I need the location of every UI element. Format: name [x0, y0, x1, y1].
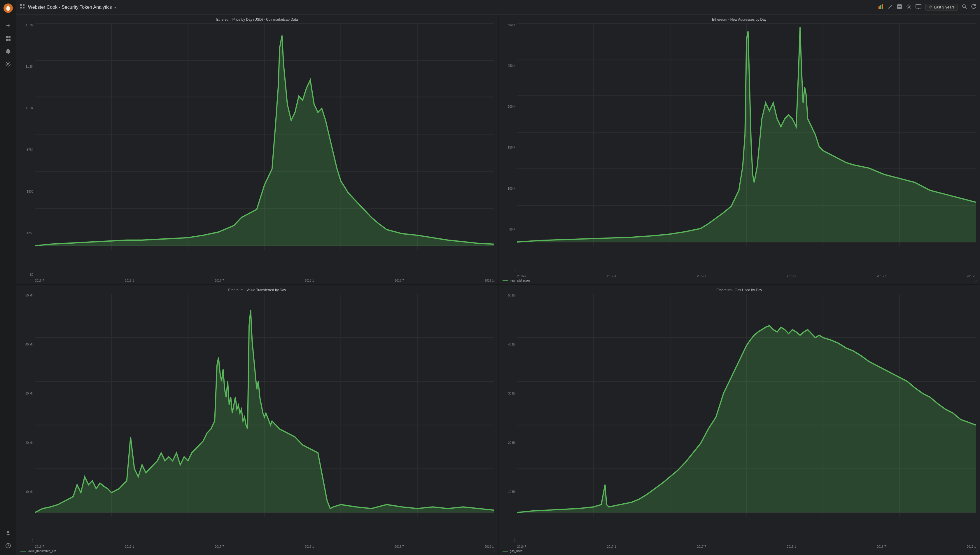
refresh-icon[interactable] — [971, 4, 977, 11]
legend-label: gas_used — [510, 549, 522, 553]
sidebar-item-user[interactable] — [3, 528, 13, 537]
chart-eth-gas: Ethereum - Gas Used by Day 50 Bil 40 Bil… — [498, 285, 980, 555]
chart-eth-price-yaxis: $1.5K $1.3K $1.0K $750 $500 $250 $0 — [21, 23, 35, 282]
svg-text:?: ? — [7, 544, 9, 548]
chart-eth-price-content: 2016-7 2017-1 2017-7 2018-1 2018-7 2019-… — [35, 23, 494, 282]
chart-eth-gas-content: 2016-7 2017-1 2017-7 2018-1 2018-7 2019-… — [517, 294, 976, 548]
charts-grid: Ethereum Price by Day (USD) - Coinmarket… — [16, 14, 980, 555]
save-icon[interactable] — [897, 4, 902, 11]
chart-eth-price-area: $1.5K $1.3K $1.0K $750 $500 $250 $0 — [21, 23, 494, 282]
topbar: Webster Cook - Security Token Analytics … — [16, 0, 980, 14]
chart-eth-price-xaxis: 2016-7 2017-1 2017-7 2018-1 2018-7 2019-… — [35, 278, 494, 282]
svg-rect-3 — [6, 36, 8, 38]
svg-rect-12 — [20, 4, 22, 6]
app-logo[interactable] — [3, 3, 13, 13]
chart-eth-value-area: 50 Mil 40 Mil 30 Mil 20 Mil 10 Mil 0 — [21, 294, 494, 548]
svg-rect-4 — [8, 36, 11, 38]
chart-eth-value-xaxis: 2016-7 2017-1 2017-7 2018-1 2018-7 2019-… — [35, 544, 494, 548]
sidebar-item-dashboard[interactable] — [3, 34, 13, 43]
svg-rect-21 — [898, 7, 901, 8]
svg-point-8 — [7, 63, 9, 65]
svg-point-22 — [908, 6, 910, 8]
settings-icon[interactable] — [906, 4, 911, 11]
svg-rect-5 — [6, 39, 8, 41]
svg-line-27 — [965, 7, 967, 9]
chart-eth-gas-title: Ethereum - Gas Used by Day — [503, 288, 976, 292]
sidebar-item-alerts[interactable] — [3, 47, 13, 56]
sidebar-bottom: ? — [3, 526, 13, 552]
chart-type-icon[interactable] — [878, 4, 884, 11]
chart-eth-gas-legend: gas_used — [503, 549, 976, 553]
chart-eth-addresses: Ethereum - New Addresses by Day 300 K 25… — [498, 14, 980, 284]
svg-rect-23 — [916, 4, 921, 8]
svg-point-7 — [8, 53, 9, 54]
chart-eth-addresses-yaxis: 300 K 250 K 200 K 150 K 100 K 50 K 0 — [503, 23, 517, 278]
chart-eth-value: Ethereum - Value Transferred by Day 50 M… — [16, 285, 498, 555]
svg-point-26 — [962, 5, 966, 8]
display-icon[interactable] — [916, 4, 921, 11]
svg-rect-20 — [898, 5, 901, 6]
chart-eth-gas-expand[interactable]: ⤢ — [975, 549, 978, 553]
svg-rect-6 — [8, 39, 11, 41]
legend-line — [503, 281, 508, 281]
chart-eth-addresses-legend: new_addresses — [503, 279, 976, 282]
svg-rect-17 — [880, 5, 881, 9]
main-content: Webster Cook - Security Token Analytics … — [16, 0, 980, 555]
share-icon[interactable] — [887, 4, 893, 11]
topbar-grid-icon[interactable] — [20, 4, 25, 11]
time-filter-label: Last 3 years — [934, 5, 954, 9]
svg-rect-14 — [20, 7, 22, 8]
legend-label: new_addresses — [510, 279, 530, 282]
svg-rect-13 — [23, 4, 24, 6]
chart-eth-addresses-content: 2016-7 2017-1 2017-7 2018-1 2018-7 2019-… — [517, 23, 976, 278]
page-title: Webster Cook - Security Token Analytics … — [28, 5, 878, 10]
chart-eth-addresses-area: 300 K 250 K 200 K 150 K 100 K 50 K 0 — [503, 23, 976, 278]
svg-rect-18 — [882, 4, 883, 9]
search-icon[interactable] — [962, 4, 967, 11]
svg-rect-16 — [879, 6, 880, 9]
chart-eth-value-expand[interactable]: ⤢ — [493, 549, 496, 553]
chart-eth-value-legend: value_transferred_eth — [21, 549, 494, 553]
sidebar-item-add[interactable] — [3, 21, 13, 30]
title-text: Webster Cook - Security Token Analytics — [28, 5, 112, 10]
chart-eth-addresses-expand[interactable]: ⤢ — [975, 279, 978, 283]
chart-eth-gas-xaxis: 2016-7 2017-1 2017-7 2018-1 2018-7 2019-… — [517, 544, 976, 548]
chart-eth-value-yaxis: 50 Mil 40 Mil 30 Mil 20 Mil 10 Mil 0 — [21, 294, 35, 548]
svg-point-9 — [7, 531, 9, 533]
chart-eth-addresses-xaxis: 2016-7 2017-1 2017-7 2018-1 2018-7 2019-… — [517, 274, 976, 278]
time-filter-button[interactable]: ⏱ Last 3 years — [926, 4, 958, 11]
chart-eth-value-title: Ethereum - Value Transferred by Day — [21, 288, 494, 292]
clock-icon: ⏱ — [929, 5, 932, 9]
chart-eth-gas-area: 50 Bil 40 Bil 30 Bil 20 Bil 10 Bil 0 — [503, 294, 976, 548]
svg-rect-15 — [23, 7, 24, 8]
sidebar: ? — [0, 0, 16, 555]
legend-label: value_transferred_eth — [28, 549, 56, 553]
chart-eth-price-title: Ethereum Price by Day (USD) - Coinmarket… — [21, 18, 494, 22]
sidebar-item-help[interactable]: ? — [3, 541, 13, 550]
legend-line — [21, 551, 26, 552]
chart-eth-price-expand[interactable]: ⤢ — [493, 279, 496, 283]
chart-eth-value-content: 2016-7 2017-1 2017-7 2018-1 2018-7 2019-… — [35, 294, 494, 548]
chart-eth-gas-yaxis: 50 Bil 40 Bil 30 Bil 20 Bil 10 Bil 0 — [503, 294, 517, 548]
chart-eth-addresses-title: Ethereum - New Addresses by Day — [503, 18, 976, 22]
topbar-actions: ⏱ Last 3 years — [878, 4, 977, 11]
sidebar-item-settings[interactable] — [3, 59, 13, 69]
chart-eth-price: Ethereum Price by Day (USD) - Coinmarket… — [16, 14, 498, 284]
title-dropdown-arrow[interactable]: ▾ — [114, 6, 116, 10]
legend-line — [503, 551, 508, 552]
